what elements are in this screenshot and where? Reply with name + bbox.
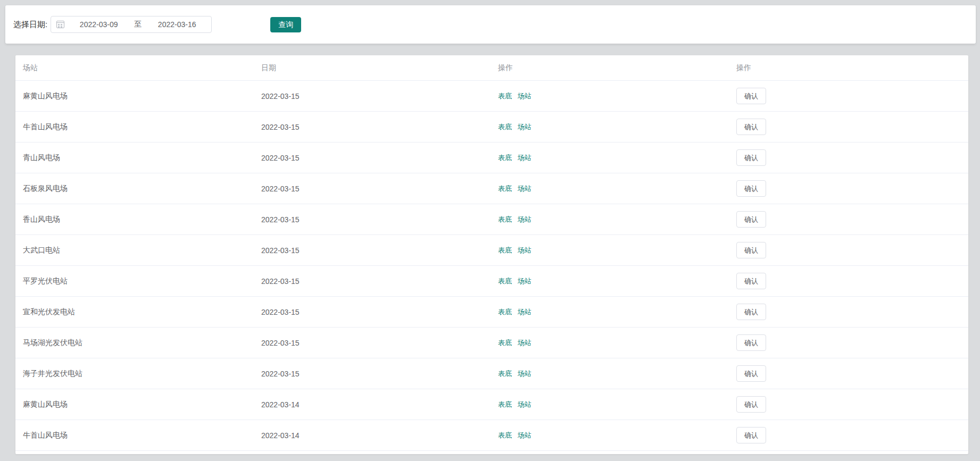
operation-links-cell: 表底场站 — [491, 245, 729, 255]
column-header-operation-links: 操作 — [491, 63, 729, 73]
date-range-picker[interactable]: 2022-03-09 至 2022-03-16 — [51, 16, 212, 33]
operation-confirm-cell: 确认 — [729, 334, 968, 351]
confirm-button[interactable]: 确认 — [736, 211, 766, 228]
operation-confirm-cell: 确认 — [729, 427, 968, 443]
confirm-button[interactable]: 确认 — [736, 88, 766, 104]
operation-confirm-cell: 确认 — [729, 211, 968, 228]
station-link[interactable]: 场站 — [518, 185, 531, 192]
query-button[interactable]: 查询 — [270, 17, 301, 32]
table-row: 平罗光伏电站2022-03-15表底场站确认 — [15, 266, 968, 297]
table-body: 麻黄山风电场2022-03-15表底场站确认牛首山风电场2022-03-15表底… — [15, 81, 968, 454]
table-row: 大武口电站2022-03-15表底场站确认 — [15, 235, 968, 266]
date-range-separator: 至 — [133, 20, 143, 29]
station-cell: 麻黄山风电场 — [15, 400, 254, 409]
date-cell: 2022-03-14 — [254, 400, 491, 409]
table-row: 青山风电场2022-03-15表底场站确认 — [15, 143, 968, 173]
confirm-button[interactable]: 确认 — [736, 180, 766, 197]
operation-links-cell: 表底场站 — [491, 338, 729, 348]
operation-links-cell: 表底场站 — [491, 91, 729, 101]
date-filter-label: 选择日期: — [13, 20, 47, 30]
station-cell: 香山风电场 — [15, 215, 254, 224]
confirm-button[interactable]: 确认 — [736, 242, 766, 258]
operation-links-cell: 表底场站 — [491, 153, 729, 163]
station-link[interactable]: 场站 — [518, 431, 531, 439]
table-row: 香山风电场2022-03-15表底场站确认 — [15, 204, 968, 235]
operation-confirm-cell: 确认 — [729, 273, 968, 289]
table-row: 牛首山风电场2022-03-14表底场站确认 — [15, 420, 968, 451]
table-bottom-link[interactable]: 表底 — [498, 185, 512, 192]
confirm-button[interactable]: 确认 — [736, 334, 766, 351]
table-row: 牛首山风电场2022-03-15表底场站确认 — [15, 112, 968, 143]
confirm-button[interactable]: 确认 — [736, 365, 766, 382]
table-bottom-link[interactable]: 表底 — [498, 277, 512, 285]
operation-confirm-cell: 确认 — [729, 88, 968, 104]
operation-links-cell: 表底场站 — [491, 368, 729, 379]
confirm-button[interactable]: 确认 — [736, 304, 766, 320]
confirm-button[interactable]: 确认 — [736, 427, 766, 443]
table-bottom-link[interactable]: 表底 — [498, 400, 512, 408]
table-bottom-link[interactable]: 表底 — [498, 154, 512, 162]
station-cell: 牛首山风电场 — [15, 431, 254, 440]
table-bottom-link[interactable]: 表底 — [498, 339, 512, 347]
column-header-operation-confirm: 操作 — [729, 63, 968, 73]
date-cell: 2022-03-15 — [254, 277, 491, 286]
table-bottom-link[interactable]: 表底 — [498, 246, 512, 254]
calendar-icon — [56, 21, 64, 28]
table-bottom-link[interactable]: 表底 — [498, 92, 512, 100]
operation-confirm-cell: 确认 — [729, 365, 968, 382]
station-cell: 石板泉风电场 — [15, 184, 254, 194]
table-row: 马场湖光发伏电站2022-03-15表底场站确认 — [15, 328, 968, 358]
station-cell: 青山风电场 — [15, 153, 254, 163]
operation-links-cell: 表底场站 — [491, 430, 729, 440]
station-cell: 平罗光伏电站 — [15, 276, 254, 286]
date-cell: 2022-03-14 — [254, 431, 491, 440]
operation-links-cell: 表底场站 — [491, 214, 729, 224]
station-link[interactable]: 场站 — [518, 400, 531, 408]
station-link[interactable]: 场站 — [518, 215, 531, 223]
station-link[interactable]: 场站 — [518, 339, 531, 347]
date-cell: 2022-03-15 — [254, 92, 491, 100]
table-row: 石板泉风电场2022-03-15表底场站确认 — [15, 173, 968, 204]
station-link[interactable]: 场站 — [518, 92, 531, 100]
operation-confirm-cell: 确认 — [729, 304, 968, 320]
table-header-row: 场站 日期 操作 操作 — [15, 55, 968, 81]
station-link[interactable]: 场站 — [518, 308, 531, 316]
table-bottom-link[interactable]: 表底 — [498, 431, 512, 439]
operation-confirm-cell: 确认 — [729, 180, 968, 197]
table-bottom-link[interactable]: 表底 — [498, 215, 512, 223]
station-link[interactable]: 场站 — [518, 277, 531, 285]
station-link[interactable]: 场站 — [518, 123, 531, 131]
date-cell: 2022-03-15 — [254, 370, 491, 378]
operation-links-cell: 表底场站 — [491, 183, 729, 194]
station-cell: 大武口电站 — [15, 246, 254, 255]
station-link[interactable]: 场站 — [518, 246, 531, 254]
operation-confirm-cell: 确认 — [729, 242, 968, 258]
operation-confirm-cell: 确认 — [729, 396, 968, 413]
table-bottom-link[interactable]: 表底 — [498, 123, 512, 131]
date-start-value[interactable]: 2022-03-09 — [64, 20, 133, 29]
table-bottom-link[interactable]: 表底 — [498, 370, 512, 378]
confirm-button[interactable]: 确认 — [736, 119, 766, 135]
station-link[interactable]: 场站 — [518, 154, 531, 162]
table-row: 海子井光发伏电站2022-03-15表底场站确认 — [15, 358, 968, 389]
table-row: 宣和光伏发电站2022-03-15表底场站确认 — [15, 297, 968, 328]
station-cell: 海子井光发伏电站 — [15, 369, 254, 379]
confirm-button[interactable]: 确认 — [736, 149, 766, 166]
station-data-table: 场站 日期 操作 操作 麻黄山风电场2022-03-15表底场站确认牛首山风电场… — [15, 55, 968, 454]
confirm-button[interactable]: 确认 — [736, 273, 766, 289]
operation-confirm-cell: 确认 — [729, 149, 968, 166]
station-cell: 马场湖光发伏电站 — [15, 338, 254, 348]
date-cell: 2022-03-15 — [254, 308, 491, 316]
table-row: 麻黄山风电场2022-03-15表底场站确认 — [15, 81, 968, 112]
table-row: 确认 — [15, 451, 968, 454]
date-cell: 2022-03-15 — [254, 154, 491, 162]
station-cell: 麻黄山风电场 — [15, 91, 254, 101]
station-link[interactable]: 场站 — [518, 370, 531, 378]
operation-links-cell: 表底场站 — [491, 307, 729, 317]
station-cell: 宣和光伏发电站 — [15, 307, 254, 317]
confirm-button[interactable]: 确认 — [736, 396, 766, 413]
table-row: 麻黄山风电场2022-03-14表底场站确认 — [15, 389, 968, 420]
table-bottom-link[interactable]: 表底 — [498, 308, 512, 316]
date-end-value[interactable]: 2022-03-16 — [143, 20, 211, 29]
operation-links-cell: 表底场站 — [491, 122, 729, 132]
